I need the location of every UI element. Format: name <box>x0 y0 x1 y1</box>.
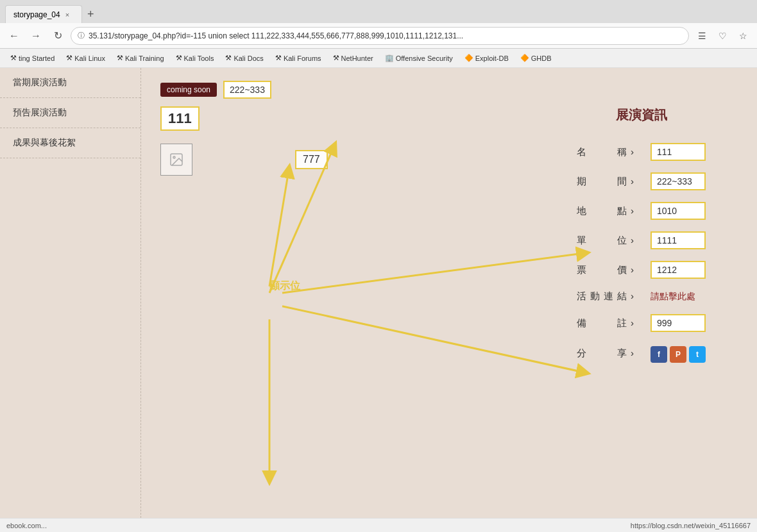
bookmark-icon-1: ⚒ <box>66 54 72 62</box>
bookmark-icon-4: ⚒ <box>225 54 232 62</box>
tab-bar: storypage_04 × + <box>0 0 757 23</box>
plurk-icon[interactable]: P <box>670 346 686 363</box>
star-button[interactable]: ☆ <box>734 27 752 45</box>
label-name: 名 稱› <box>577 146 638 158</box>
refresh-button[interactable]: ↻ <box>49 27 67 45</box>
label-link: 活動連結› <box>577 290 638 303</box>
bookmark-icon-9: 🔶 <box>520 54 529 62</box>
bottom-value-box: 777 <box>295 150 328 169</box>
bookmark-kali-forums[interactable]: ⚒ Kali Forums <box>270 53 327 63</box>
bookmark-icon-7: 🏢 <box>385 54 394 62</box>
label-note: 備 註› <box>577 317 638 329</box>
value-location: 1010 <box>651 202 706 220</box>
bookmark-getting-started[interactable]: ⚒ ting Started <box>5 53 60 63</box>
sidebar-item-results[interactable]: 成果與幕後花絮 <box>0 128 140 158</box>
back-button[interactable]: ← <box>5 27 23 45</box>
badge-area: coming soon 222~333 <box>160 81 738 99</box>
content-area: 當期展演活動 預告展演活動 成果與幕後花絮 coming soon 222~33… <box>0 68 757 518</box>
label-share: 分 享› <box>577 347 638 360</box>
sidebar-item-current-label: 當期展演活動 <box>13 77 67 87</box>
bookmark-nethunter[interactable]: ⚒ NetHunter <box>328 53 378 63</box>
address-actions: ☰ ♡ ☆ <box>693 27 752 45</box>
main-page: coming soon 222~333 111 <box>141 68 757 518</box>
label-period: 期 間› <box>577 176 638 188</box>
active-tab[interactable]: storypage_04 × <box>5 5 82 23</box>
status-right: https://blog.csdn.net/weixin_45116667 <box>631 522 751 529</box>
url-box[interactable]: ⓘ 35.131/storypage_04.php?id=-115 union … <box>71 27 689 45</box>
bookmark-icon-6: ⚒ <box>333 54 339 62</box>
value-unit: 1111 <box>651 231 706 249</box>
new-tab-button[interactable]: + <box>82 5 99 23</box>
status-bar: ebook.com... https://blog.csdn.net/weixi… <box>0 518 757 532</box>
value-note: 999 <box>651 314 706 332</box>
bookmark-label-5: Kali Forums <box>284 54 321 62</box>
bookmark-icon-0: ⚒ <box>10 54 17 62</box>
value-name: 111 <box>651 143 706 161</box>
annotation-label: 顯示位 <box>269 279 300 293</box>
value-price: 1212 <box>651 261 706 279</box>
twitter-icon[interactable]: t <box>689 346 706 363</box>
bookmark-kali-training[interactable]: ⚒ Kali Training <box>112 53 169 63</box>
bookmark-kali-linux[interactable]: ⚒ Kali Linux <box>61 53 110 63</box>
value-link[interactable]: 請點擊此處 <box>651 291 706 303</box>
forward-button[interactable]: → <box>27 27 45 45</box>
tab-title: storypage_04 <box>13 10 60 19</box>
period-box: 222~333 <box>223 81 271 99</box>
bookmark-label-6: NetHunter <box>341 54 373 62</box>
browser-frame: storypage_04 × + ← → ↻ ⓘ 35.131/storypag… <box>0 0 757 532</box>
bookmark-label-1: Kali Linux <box>74 54 105 62</box>
thumbnail <box>160 144 192 176</box>
page-content: coming soon 222~333 111 <box>141 68 757 188</box>
sidebar: 當期展演活動 預告展演活動 成果與幕後花絮 <box>0 68 141 518</box>
bookmarks-bar: ⚒ ting Started ⚒ Kali Linux ⚒ Kali Train… <box>0 49 757 68</box>
svg-line-5 <box>282 253 584 293</box>
social-icons: f P t <box>651 346 706 363</box>
url-text: 35.131/storypage_04.php?id=-115 union se… <box>89 31 682 40</box>
info-table: 名 稱› 111 期 間› 222~333 地 點› 1010 單 位› 111… <box>577 143 706 363</box>
bookmark-exploit-db[interactable]: 🔶 Exploit-DB <box>459 53 514 63</box>
svg-line-7 <box>282 306 584 372</box>
bookmark-icon-2: ⚒ <box>117 54 123 62</box>
info-title: 展演資訊 <box>577 106 706 124</box>
info-icon: ⓘ <box>78 31 85 40</box>
address-bar: ← → ↻ ⓘ 35.131/storypage_04.php?id=-115 … <box>0 23 757 49</box>
sidebar-item-results-label: 成果與幕後花絮 <box>13 137 76 147</box>
bookmark-label-0: ting Started <box>19 54 55 62</box>
bookmark-label-2: Kali Training <box>125 54 164 62</box>
sidebar-item-upcoming[interactable]: 預告展演活動 <box>0 98 140 128</box>
bookmark-label-9: GHDB <box>531 54 552 62</box>
bookmark-offensive-security[interactable]: 🏢 Offensive Security <box>380 53 458 63</box>
bookmark-kali-tools[interactable]: ⚒ Kali Tools <box>171 53 219 63</box>
bookmark-kali-docs[interactable]: ⚒ Kali Docs <box>220 53 268 63</box>
reader-button[interactable]: ☰ <box>693 27 711 45</box>
name-box: 111 <box>160 106 200 131</box>
bookmark-label-8: Exploit-DB <box>475 54 509 62</box>
bookmark-icon-8: 🔶 <box>464 54 473 62</box>
bookmark-label-4: Kali Docs <box>234 54 263 62</box>
bookmark-ghdb[interactable]: 🔶 GHDB <box>515 53 557 63</box>
coming-soon-badge: coming soon <box>160 83 217 97</box>
bookmark-icon-5: ⚒ <box>275 54 282 62</box>
svg-point-1 <box>173 156 175 158</box>
status-left: ebook.com... <box>6 522 47 529</box>
bookmark-label-3: Kali Tools <box>184 54 214 62</box>
sidebar-item-current[interactable]: 當期展演活動 <box>0 68 140 98</box>
label-price: 票 價› <box>577 264 638 276</box>
facebook-icon[interactable]: f <box>651 346 667 363</box>
value-period: 222~333 <box>651 172 706 190</box>
label-location: 地 點› <box>577 205 638 217</box>
bookmark-label-7: Offensive Security <box>396 54 453 62</box>
label-unit: 單 位› <box>577 235 638 247</box>
tab-close-button[interactable]: × <box>65 11 69 19</box>
bookmark-icon-3: ⚒ <box>176 54 182 62</box>
info-panel: 展演資訊 名 稱› 111 期 間› 222~333 地 點› 1010 <box>577 106 706 363</box>
name-value: 111 <box>168 110 192 126</box>
sidebar-item-upcoming-label: 預告展演活動 <box>13 107 67 117</box>
bookmark-button[interactable]: ♡ <box>713 27 731 45</box>
